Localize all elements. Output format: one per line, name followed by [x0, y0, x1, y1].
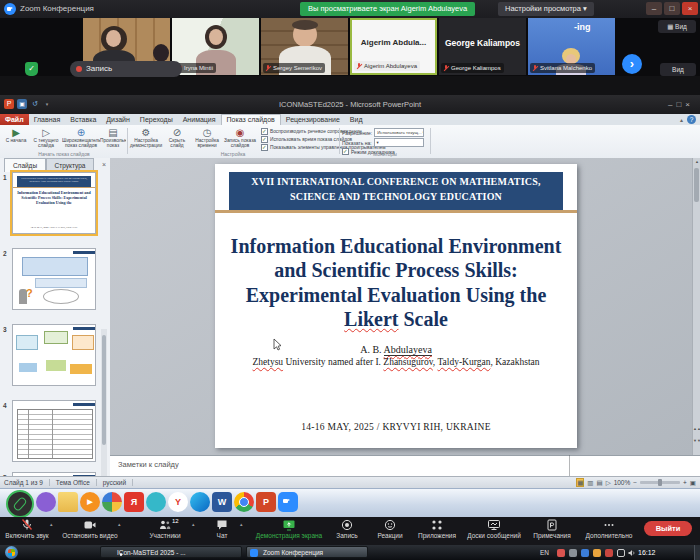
- tab-review[interactable]: Рецензирование: [281, 114, 345, 125]
- stop-video-button[interactable]: Остановить видео: [58, 519, 122, 539]
- edge-browser-icon[interactable]: [190, 492, 210, 512]
- notes-pane[interactable]: Заметки к слайду: [110, 455, 700, 476]
- maximize-button[interactable]: □: [664, 2, 680, 15]
- zoom-slider[interactable]: [640, 481, 680, 484]
- from-current-slide-button[interactable]: ▷С текущего слайда: [30, 126, 62, 154]
- tab-home[interactable]: Главная: [29, 114, 66, 125]
- setup-slideshow-button[interactable]: ⚙Настройка демонстрации: [129, 126, 163, 154]
- panel-close-icon[interactable]: ×: [102, 161, 106, 168]
- scrollbar-thumb[interactable]: [694, 168, 699, 202]
- fit-to-window-icon[interactable]: ▣: [690, 478, 696, 487]
- video-tile-aigerim[interactable]: Aigerim Abdula... Aigerim Abdulayeva: [350, 18, 437, 75]
- unmute-button[interactable]: Включить звук: [0, 519, 54, 539]
- previous-slide-icon[interactable]: ▲▲: [693, 426, 700, 431]
- yandex-browser-icon[interactable]: Y: [168, 492, 188, 512]
- show-desktop-button[interactable]: [694, 545, 700, 560]
- from-beginning-button[interactable]: ▶С начала: [2, 126, 30, 154]
- slide-thumbnail-2[interactable]: ?: [12, 248, 96, 310]
- tab-file[interactable]: Файл: [0, 114, 29, 125]
- notes-button[interactable]: Примечания: [528, 519, 576, 539]
- participants-button[interactable]: Участники: [135, 519, 195, 539]
- video-tile-sergey[interactable]: Sergey Semerikov: [261, 18, 348, 75]
- help-icon[interactable]: ?: [687, 115, 696, 124]
- record-slideshow-button[interactable]: ◉Запись показа слайдов: [223, 126, 257, 154]
- show-media-controls-checkbox[interactable]: Показывать элементы управления проигрыва…: [261, 144, 339, 151]
- language-indicator[interactable]: русский: [103, 479, 133, 486]
- record-button[interactable]: Запись: [330, 519, 364, 539]
- play-narrations-checkbox[interactable]: Воспроизводить речевое сопровождение: [261, 128, 339, 135]
- meeting-security-shield-icon[interactable]: ✓: [25, 62, 38, 76]
- view-layout-button[interactable]: ▦ Вид: [658, 20, 696, 33]
- zoom-out-icon[interactable]: −: [633, 479, 637, 486]
- chat-chevron-icon[interactable]: ▴: [240, 521, 243, 527]
- tray-windows-icon[interactable]: [617, 549, 625, 557]
- video-tile-svitlana[interactable]: -ing Svitlana Malchenko: [528, 18, 615, 75]
- tray-icon-4[interactable]: [593, 549, 601, 557]
- tab-view[interactable]: Вид: [345, 114, 368, 125]
- panel-tab-outline[interactable]: Структура: [46, 158, 94, 173]
- hide-slide-button[interactable]: ⊘Скрыть слайд: [163, 126, 191, 154]
- taskbar-clock[interactable]: 16:12: [638, 549, 656, 556]
- scrollbar-thumb[interactable]: [102, 335, 106, 445]
- participants-chevron-icon[interactable]: ▴: [192, 521, 195, 527]
- scroll-up-icon[interactable]: ▲: [693, 159, 700, 164]
- slide-thumbnail-4[interactable]: [12, 400, 96, 462]
- speaker-icon[interactable]: [628, 549, 636, 557]
- mute-chevron-icon[interactable]: ▴: [50, 521, 53, 527]
- more-button[interactable]: Дополнительно: [582, 519, 636, 539]
- broadcast-slideshow-button[interactable]: ⊕Широковещательный показ слайдов: [62, 126, 100, 154]
- show-on-dropdown[interactable]: ▾: [374, 138, 424, 147]
- taskbar-app-icon-purple[interactable]: [36, 492, 56, 512]
- taskbar-window-zoom[interactable]: Zoom Конференция: [246, 546, 368, 558]
- tab-transitions[interactable]: Переходы: [135, 114, 178, 125]
- slide-thumbnail-3[interactable]: [12, 324, 96, 386]
- next-participants-arrow[interactable]: ›: [622, 54, 642, 74]
- zoom-slider-thumb[interactable]: [658, 479, 662, 486]
- next-slide-icon[interactable]: ▼▼: [693, 438, 700, 443]
- recording-indicator[interactable]: Запись: [70, 61, 182, 77]
- reactions-button[interactable]: Реакции: [368, 519, 412, 539]
- tab-insert[interactable]: Вставка: [65, 114, 101, 125]
- slide-sorter-icon[interactable]: ▥: [587, 478, 593, 487]
- word-icon[interactable]: W: [212, 492, 232, 512]
- rehearse-timings-button[interactable]: ◷Настройка времени: [191, 126, 223, 154]
- tray-icon-1[interactable]: [557, 549, 565, 557]
- teal-app-icon[interactable]: [146, 492, 166, 512]
- multicolor-app-icon[interactable]: [102, 492, 122, 512]
- leave-button[interactable]: Выйти: [644, 521, 692, 536]
- tray-icon-2[interactable]: [569, 549, 577, 557]
- taskbar-window-chrome[interactable]: ICon-MaSTEd 2025 - ...: [100, 546, 242, 558]
- tray-icon-3[interactable]: [581, 549, 589, 557]
- language-tray-indicator[interactable]: EN: [540, 549, 549, 556]
- minimize-button[interactable]: –: [646, 2, 662, 15]
- video-tile-george[interactable]: George Kaliampos George Kaliampos: [439, 18, 526, 75]
- slide-thumbnail-1[interactable]: XVII INTERNATIONAL CONFERENCE ON MATHEMA…: [12, 172, 96, 234]
- powerpoint-window-controls[interactable]: –□×: [668, 100, 694, 109]
- whiteboards-button[interactable]: Доски сообщений: [464, 519, 524, 539]
- yandex-app-icon[interactable]: Я: [124, 492, 144, 512]
- close-button[interactable]: ×: [682, 2, 698, 15]
- apps-button[interactable]: Приложения: [412, 519, 462, 539]
- share-screen-button[interactable]: Демонстрация экрана: [248, 519, 330, 539]
- panel-tab-slides[interactable]: Слайды: [4, 158, 46, 172]
- video-tile-iryna[interactable]: Iryna Mintii: [172, 18, 259, 75]
- zoom-app-icon[interactable]: [278, 492, 298, 512]
- tab-slideshow[interactable]: Показ слайдов: [221, 114, 281, 125]
- windows-start-button[interactable]: [5, 546, 18, 559]
- zoom-in-icon[interactable]: +: [683, 479, 687, 486]
- chat-button[interactable]: Чат: [202, 519, 242, 539]
- normal-view-icon[interactable]: ▦: [576, 478, 584, 487]
- video-chevron-icon[interactable]: ▴: [118, 521, 121, 527]
- chrome-icon[interactable]: [234, 492, 254, 512]
- use-timings-checkbox[interactable]: Использовать время показа слайдов: [261, 136, 339, 143]
- canvas-scrollbar[interactable]: ▲ ▲▲ ▼▼: [692, 158, 700, 455]
- tab-design[interactable]: Дизайн: [101, 114, 135, 125]
- media-play-app-icon[interactable]: ▶: [80, 492, 100, 512]
- view-layout-button-secondary[interactable]: Вид: [660, 63, 696, 76]
- custom-slideshow-button[interactable]: ▤Произвольный показ: [100, 126, 126, 154]
- main-slide[interactable]: XVII INTERNATIONAL CONFERENCE ON MATHEMA…: [215, 164, 577, 448]
- file-explorer-icon[interactable]: [58, 492, 78, 512]
- tray-icon-5[interactable]: [605, 549, 613, 557]
- ribbon-collapse-icon[interactable]: ▴: [680, 116, 683, 123]
- resolution-dropdown[interactable]: Использовать текущ... ▾: [374, 128, 424, 137]
